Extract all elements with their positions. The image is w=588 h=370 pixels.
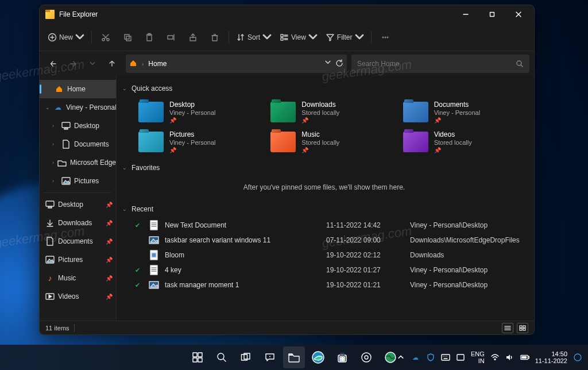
sidebar-item[interactable]: ›Pictures: [40, 172, 116, 190]
search-button[interactable]: [211, 346, 233, 368]
sidebar-item[interactable]: Desktop📌: [40, 195, 116, 214]
address-dropdown[interactable]: [325, 59, 331, 69]
system-tray[interactable]: ☁ ENGIN 14:5011-11-2022: [396, 350, 588, 364]
delete-button[interactable]: [204, 27, 225, 48]
app-button[interactable]: [380, 346, 401, 368]
folder-icon: [403, 132, 428, 152]
details-view-button[interactable]: [502, 323, 513, 333]
view-button[interactable]: View: [276, 27, 321, 48]
edge-icon: [311, 350, 325, 364]
section-quick-access[interactable]: ⌄Quick access: [122, 81, 526, 96]
language-indicator[interactable]: ENGIN: [471, 350, 485, 364]
new-button[interactable]: New: [44, 27, 88, 48]
chevron-right-icon[interactable]: ›: [52, 160, 54, 165]
sidebar-item[interactable]: Videos📌: [40, 287, 116, 306]
rename-button[interactable]: [161, 27, 181, 48]
section-recent[interactable]: ⌄Recent: [122, 202, 526, 217]
quick-access-item[interactable]: DesktopViney - Personal📌: [136, 98, 261, 126]
share-button[interactable]: [183, 27, 203, 48]
search-box[interactable]: [351, 55, 529, 73]
task-view-button[interactable]: [235, 346, 257, 368]
sidebar-item[interactable]: Downloads📌: [40, 214, 116, 232]
chevron-right-icon[interactable]: ›: [52, 178, 58, 184]
share-icon: [188, 33, 198, 42]
app-tray-icon[interactable]: [456, 353, 465, 362]
favorites-empty: After you've pinned some files, we'll sh…: [122, 175, 526, 202]
recent-item[interactable]: taskbar search variant windows 1107-11-2…: [134, 233, 526, 248]
sync-status-icon: ✔: [135, 267, 145, 274]
more-button[interactable]: [375, 27, 396, 48]
recent-item[interactable]: ✔4 key19-10-2022 01:27Viney - Personal\D…: [134, 263, 526, 278]
settings-button[interactable]: [355, 346, 377, 368]
view-icon: [280, 33, 289, 42]
edge-button[interactable]: [307, 346, 329, 368]
svg-point-103: [574, 354, 581, 361]
address-bar[interactable]: › Home: [126, 55, 347, 73]
chevron-down-icon[interactable]: ⌄: [45, 105, 50, 110]
sidebar-item-onedrive[interactable]: ⌄ ☁ Viney - Personal: [40, 98, 116, 117]
onedrive-tray-icon[interactable]: ☁: [411, 353, 420, 362]
file-date: 07-11-2022 09:00: [326, 236, 407, 244]
command-toolbar: New Sort View Filter: [40, 24, 534, 51]
file-date: 19-10-2022 01:21: [326, 281, 407, 289]
quick-access-item[interactable]: DownloadsStored locally📌: [268, 98, 393, 126]
file-explorer-button[interactable]: [283, 346, 305, 368]
refresh-button[interactable]: [335, 59, 343, 69]
close-button[interactable]: [505, 5, 532, 24]
svg-line-22: [215, 34, 216, 36]
sidebar-item-label: Documents: [74, 140, 109, 148]
svg-rect-1: [490, 13, 494, 17]
store-button[interactable]: [331, 346, 353, 368]
sidebar-item-home[interactable]: Home: [40, 80, 116, 98]
back-button[interactable]: [44, 55, 63, 73]
filter-button[interactable]: Filter: [322, 27, 368, 48]
folder-icon: [403, 102, 428, 122]
sidebar-item[interactable]: ›Microsoft Edge: [40, 153, 116, 172]
quick-access-item[interactable]: ☁PicturesViney - Personal📌: [136, 128, 261, 156]
start-button[interactable]: [187, 346, 208, 368]
sidebar-item[interactable]: ›Desktop: [40, 117, 116, 135]
wifi-icon[interactable]: [490, 353, 500, 362]
chat-button[interactable]: [259, 346, 281, 368]
titlebar[interactable]: File Explorer: [40, 5, 534, 24]
clock[interactable]: 14:5011-11-2022: [535, 350, 567, 364]
svg-rect-92: [442, 354, 450, 360]
quick-access-item[interactable]: VideosStored locally📌: [401, 128, 526, 156]
minimize-button[interactable]: [452, 5, 479, 24]
sync-status-icon: ✔: [135, 282, 145, 289]
svg-point-98: [494, 359, 496, 360]
navigation-sidebar: Home ⌄ ☁ Viney - Personal ›Desktop›Docum…: [40, 76, 117, 321]
security-tray-icon[interactable]: [426, 353, 435, 362]
sidebar-item[interactable]: Pictures📌: [40, 250, 116, 269]
search-input[interactable]: [357, 60, 516, 68]
notifications-icon[interactable]: [573, 353, 582, 362]
quick-access-item[interactable]: ☁DocumentsViney - Personal📌: [401, 98, 526, 126]
sort-button[interactable]: Sort: [233, 27, 275, 48]
battery-icon[interactable]: [520, 353, 529, 362]
sidebar-item[interactable]: Documents📌: [40, 232, 116, 250]
recent-item[interactable]: ✔task manager moment 119-10-2022 01:21Vi…: [134, 278, 526, 292]
chevron-right-icon[interactable]: ›: [52, 123, 58, 129]
recent-item[interactable]: ✔New Text Document11-11-2022 14:42Viney …: [134, 218, 526, 233]
sidebar-item[interactable]: ›Documents: [40, 135, 116, 153]
pin-icon: 📌: [106, 220, 113, 226]
taskbar[interactable]: ☁ ENGIN 14:5011-11-2022: [0, 345, 588, 370]
forward-button[interactable]: [64, 55, 82, 73]
keyboard-tray-icon[interactable]: [441, 353, 450, 362]
cut-button[interactable]: [95, 27, 116, 48]
volume-icon[interactable]: [505, 353, 514, 362]
chevron-right-icon[interactable]: ›: [52, 141, 58, 147]
maximize-button[interactable]: [479, 5, 505, 24]
recent-locations-button[interactable]: [83, 55, 102, 73]
thumbnails-view-button[interactable]: [517, 323, 528, 333]
copy-button[interactable]: [117, 27, 138, 48]
recent-item[interactable]: Bloom19-10-2022 02:12Downloads: [134, 248, 526, 263]
section-favorites[interactable]: ⌄Favorites: [122, 160, 526, 175]
up-button[interactable]: [103, 55, 121, 73]
svg-rect-60: [150, 265, 157, 275]
quick-access-item[interactable]: MusicStored locally📌: [268, 128, 393, 156]
svg-rect-40: [62, 122, 70, 128]
pin-icon: 📌: [434, 117, 481, 124]
paste-button[interactable]: [139, 27, 160, 48]
sidebar-item[interactable]: ♪Music📌: [40, 269, 116, 287]
